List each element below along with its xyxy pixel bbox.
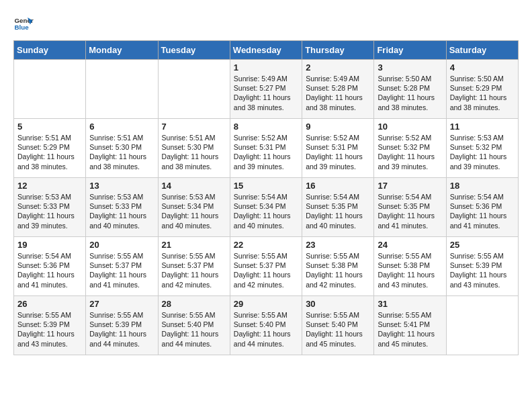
- day-info: Sunrise: 5:52 AM Sunset: 5:31 PM Dayligh…: [234, 133, 298, 171]
- day-cell: [446, 296, 518, 355]
- day-number: 16: [306, 181, 370, 191]
- day-cell: [158, 60, 230, 119]
- day-cell: 11Sunrise: 5:53 AM Sunset: 5:32 PM Dayli…: [446, 119, 518, 178]
- day-info: Sunrise: 5:50 AM Sunset: 5:28 PM Dayligh…: [378, 74, 442, 112]
- day-number: 11: [450, 122, 515, 132]
- calendar-body: 1Sunrise: 5:49 AM Sunset: 5:27 PM Daylig…: [14, 60, 519, 355]
- day-cell: 9Sunrise: 5:52 AM Sunset: 5:31 PM Daylig…: [302, 119, 374, 178]
- week-row-2: 5Sunrise: 5:51 AM Sunset: 5:29 PM Daylig…: [14, 119, 519, 178]
- calendar-table: SundayMondayTuesdayWednesdayThursdayFrid…: [13, 40, 519, 355]
- day-info: Sunrise: 5:55 AM Sunset: 5:39 PM Dayligh…: [89, 310, 154, 349]
- day-number: 28: [162, 299, 226, 309]
- day-cell: [86, 60, 158, 119]
- day-info: Sunrise: 5:55 AM Sunset: 5:37 PM Dayligh…: [234, 251, 298, 289]
- day-info: Sunrise: 5:54 AM Sunset: 5:35 PM Dayligh…: [306, 192, 370, 230]
- logo-icon: General Blue: [13, 13, 34, 34]
- weekday-header-friday: Friday: [374, 41, 446, 60]
- day-number: 17: [378, 181, 442, 191]
- day-number: 27: [89, 299, 154, 309]
- day-info: Sunrise: 5:53 AM Sunset: 5:33 PM Dayligh…: [17, 192, 82, 230]
- day-cell: 14Sunrise: 5:53 AM Sunset: 5:34 PM Dayli…: [158, 178, 230, 237]
- day-cell: 21Sunrise: 5:55 AM Sunset: 5:37 PM Dayli…: [158, 237, 230, 296]
- day-cell: 10Sunrise: 5:52 AM Sunset: 5:32 PM Dayli…: [374, 119, 446, 178]
- day-info: Sunrise: 5:54 AM Sunset: 5:34 PM Dayligh…: [234, 192, 298, 230]
- day-info: Sunrise: 5:50 AM Sunset: 5:29 PM Dayligh…: [450, 74, 515, 112]
- svg-text:Blue: Blue: [15, 24, 30, 31]
- weekday-header-saturday: Saturday: [446, 41, 518, 60]
- week-row-5: 26Sunrise: 5:55 AM Sunset: 5:39 PM Dayli…: [14, 296, 519, 355]
- day-info: Sunrise: 5:53 AM Sunset: 5:34 PM Dayligh…: [162, 192, 226, 230]
- day-cell: 29Sunrise: 5:55 AM Sunset: 5:40 PM Dayli…: [230, 296, 302, 355]
- day-cell: 28Sunrise: 5:55 AM Sunset: 5:40 PM Dayli…: [158, 296, 230, 355]
- day-cell: 1Sunrise: 5:49 AM Sunset: 5:27 PM Daylig…: [230, 60, 302, 119]
- day-info: Sunrise: 5:53 AM Sunset: 5:32 PM Dayligh…: [450, 133, 515, 171]
- day-cell: 7Sunrise: 5:51 AM Sunset: 5:30 PM Daylig…: [158, 119, 230, 178]
- day-cell: 2Sunrise: 5:49 AM Sunset: 5:28 PM Daylig…: [302, 60, 374, 119]
- day-cell: 3Sunrise: 5:50 AM Sunset: 5:28 PM Daylig…: [374, 60, 446, 119]
- day-info: Sunrise: 5:54 AM Sunset: 5:36 PM Dayligh…: [450, 192, 515, 230]
- day-number: 21: [162, 240, 226, 250]
- day-number: 15: [234, 181, 298, 191]
- day-number: 18: [450, 181, 515, 191]
- day-info: Sunrise: 5:55 AM Sunset: 5:40 PM Dayligh…: [306, 310, 370, 349]
- day-number: 14: [162, 181, 226, 191]
- weekday-header-monday: Monday: [86, 41, 158, 60]
- day-number: 10: [378, 122, 442, 132]
- day-number: 1: [234, 62, 298, 73]
- day-info: Sunrise: 5:51 AM Sunset: 5:29 PM Dayligh…: [17, 133, 82, 171]
- day-info: Sunrise: 5:55 AM Sunset: 5:38 PM Dayligh…: [306, 251, 370, 289]
- day-info: Sunrise: 5:52 AM Sunset: 5:32 PM Dayligh…: [378, 133, 442, 171]
- day-info: Sunrise: 5:55 AM Sunset: 5:37 PM Dayligh…: [89, 251, 154, 289]
- day-info: Sunrise: 5:55 AM Sunset: 5:37 PM Dayligh…: [162, 251, 226, 289]
- day-info: Sunrise: 5:51 AM Sunset: 5:30 PM Dayligh…: [89, 133, 154, 171]
- day-number: 29: [234, 299, 298, 309]
- day-number: 12: [17, 181, 82, 191]
- day-cell: 27Sunrise: 5:55 AM Sunset: 5:39 PM Dayli…: [86, 296, 158, 355]
- week-row-1: 1Sunrise: 5:49 AM Sunset: 5:27 PM Daylig…: [14, 60, 519, 119]
- day-info: Sunrise: 5:51 AM Sunset: 5:30 PM Dayligh…: [162, 133, 226, 171]
- day-cell: 8Sunrise: 5:52 AM Sunset: 5:31 PM Daylig…: [230, 119, 302, 178]
- day-cell: 6Sunrise: 5:51 AM Sunset: 5:30 PM Daylig…: [86, 119, 158, 178]
- day-info: Sunrise: 5:49 AM Sunset: 5:28 PM Dayligh…: [306, 74, 370, 112]
- day-number: 9: [306, 122, 370, 132]
- day-cell: 25Sunrise: 5:55 AM Sunset: 5:39 PM Dayli…: [446, 237, 518, 296]
- day-cell: 31Sunrise: 5:55 AM Sunset: 5:41 PM Dayli…: [374, 296, 446, 355]
- day-cell: 22Sunrise: 5:55 AM Sunset: 5:37 PM Dayli…: [230, 237, 302, 296]
- day-cell: 20Sunrise: 5:55 AM Sunset: 5:37 PM Dayli…: [86, 237, 158, 296]
- weekday-header-thursday: Thursday: [302, 41, 374, 60]
- day-number: 8: [234, 122, 298, 132]
- day-number: 2: [306, 62, 370, 73]
- day-number: 19: [17, 240, 82, 250]
- day-number: 26: [17, 299, 82, 309]
- logo: General Blue: [13, 13, 36, 34]
- weekday-header-wednesday: Wednesday: [230, 41, 302, 60]
- day-number: 4: [450, 62, 515, 73]
- day-number: 30: [306, 299, 370, 309]
- day-info: Sunrise: 5:55 AM Sunset: 5:40 PM Dayligh…: [162, 310, 226, 349]
- day-info: Sunrise: 5:55 AM Sunset: 5:40 PM Dayligh…: [234, 310, 298, 349]
- day-info: Sunrise: 5:49 AM Sunset: 5:27 PM Dayligh…: [234, 74, 298, 112]
- weekday-header-tuesday: Tuesday: [158, 41, 230, 60]
- day-cell: 18Sunrise: 5:54 AM Sunset: 5:36 PM Dayli…: [446, 178, 518, 237]
- day-info: Sunrise: 5:52 AM Sunset: 5:31 PM Dayligh…: [306, 133, 370, 171]
- day-cell: 12Sunrise: 5:53 AM Sunset: 5:33 PM Dayli…: [14, 178, 86, 237]
- day-cell: 19Sunrise: 5:54 AM Sunset: 5:36 PM Dayli…: [14, 237, 86, 296]
- week-row-4: 19Sunrise: 5:54 AM Sunset: 5:36 PM Dayli…: [14, 237, 519, 296]
- day-cell: 13Sunrise: 5:53 AM Sunset: 5:33 PM Dayli…: [86, 178, 158, 237]
- page-header: General Blue: [13, 13, 519, 34]
- week-row-3: 12Sunrise: 5:53 AM Sunset: 5:33 PM Dayli…: [14, 178, 519, 237]
- day-info: Sunrise: 5:55 AM Sunset: 5:38 PM Dayligh…: [378, 251, 442, 289]
- day-info: Sunrise: 5:53 AM Sunset: 5:33 PM Dayligh…: [89, 192, 154, 230]
- day-cell: 24Sunrise: 5:55 AM Sunset: 5:38 PM Dayli…: [374, 237, 446, 296]
- day-info: Sunrise: 5:55 AM Sunset: 5:39 PM Dayligh…: [17, 310, 82, 349]
- day-info: Sunrise: 5:54 AM Sunset: 5:36 PM Dayligh…: [17, 251, 82, 289]
- day-number: 3: [378, 62, 442, 73]
- day-number: 23: [306, 240, 370, 250]
- day-cell: 23Sunrise: 5:55 AM Sunset: 5:38 PM Dayli…: [302, 237, 374, 296]
- day-number: 13: [89, 181, 154, 191]
- day-number: 25: [450, 240, 515, 250]
- day-number: 5: [17, 122, 82, 132]
- day-cell: 4Sunrise: 5:50 AM Sunset: 5:29 PM Daylig…: [446, 60, 518, 119]
- day-number: 31: [378, 299, 442, 309]
- day-number: 22: [234, 240, 298, 250]
